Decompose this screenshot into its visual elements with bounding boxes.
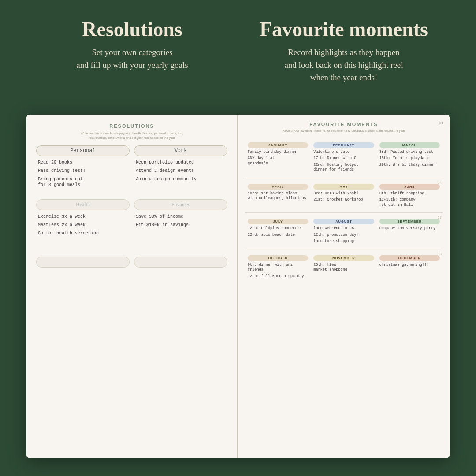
october-label: OCTOBER xyxy=(248,255,308,261)
left-page-title: RESOLUTIONS xyxy=(36,123,227,129)
sep-entry-1: company anniversary party xyxy=(379,226,440,231)
may-entry-1: 3rd: GBTB with Yoshi xyxy=(313,191,374,196)
june-label: JUNE xyxy=(379,184,440,190)
health-label: Health xyxy=(36,199,130,210)
august-label: AUGUST xyxy=(313,219,374,224)
work-column: Work Keep portfolio updated Attend 2 des… xyxy=(134,145,227,190)
aug-entry-1: long weekend in JB xyxy=(313,226,374,231)
finances-item-1: Save 30% of income xyxy=(134,214,227,219)
mar-entry-2: 15th: Yoshi's playdate xyxy=(379,156,440,161)
april-label: APRIL xyxy=(248,184,308,190)
july-cell: JULY 12th: coldplay concert!! 22nd: solo… xyxy=(245,216,311,246)
empty-slot-2 xyxy=(134,257,227,268)
health-item-3: Go for health screening xyxy=(36,231,130,236)
may-label: MAY xyxy=(313,184,374,190)
work-label: Work xyxy=(134,145,227,156)
october-cell: OCTOBER 9th: dinner with uni friends 12t… xyxy=(245,252,311,281)
september-cell: SEPTEMBER company anniversary party xyxy=(377,216,443,246)
health-column: Health Exercise 3x a week Meatless 2x a … xyxy=(36,195,130,239)
jan-entry-1: Family birthday dinner xyxy=(248,150,308,155)
oct-entry-2: 12th: full Korean spa day xyxy=(248,274,308,279)
aug-entry-2: 12th: promotion day! xyxy=(313,233,374,238)
august-cell: AUGUST long weekend in JB 12th: promotio… xyxy=(311,216,376,246)
december-label: DECEMBER xyxy=(379,255,440,261)
personal-column: Personal Read 20 books Pass driving test… xyxy=(36,145,130,190)
jan-entry-2: CNY day 1 atgrandma's xyxy=(248,156,308,166)
moments-page-title: FAVOURITE MOMENTS xyxy=(245,122,443,127)
empty-slots xyxy=(36,252,227,271)
work-item-3: Join a design community xyxy=(134,176,227,182)
apr-entry-1: 10th: 1st boxing classwith colleagues, h… xyxy=(248,191,308,201)
health-item-1: Exercise 3x a week xyxy=(36,214,130,219)
finances-item-2: Hit $100k in savings! xyxy=(134,222,227,228)
work-item-2: Attend 2 design events xyxy=(134,168,227,174)
november-cell: NOVEMBER 20th: fleamarket shopping xyxy=(311,252,376,281)
april-cell: APRIL 10th: 1st boxing classwith colleag… xyxy=(245,181,311,210)
november-label: NOVEMBER xyxy=(313,255,374,261)
nov-entry-1: 20th: fleamarket shopping xyxy=(313,263,374,273)
moments-header: Favourite moments Record highlights as t… xyxy=(249,18,439,84)
feb-entry-3: 22nd: Hosting hotpotdinner for friends xyxy=(313,163,374,173)
mar-entry-1: 3rd: Passed driving test xyxy=(379,150,440,155)
moments-title: Favourite moments xyxy=(249,18,439,41)
aug-entry-3: furniture shopping xyxy=(313,239,374,244)
oct-entry-1: 9th: dinner with uni friends xyxy=(248,263,308,273)
jul-entry-1: 12th: coldplay concert!! xyxy=(248,226,308,231)
resolutions-subtitle: Set your own categoriesand fill up with … xyxy=(37,46,227,71)
page-header: Resolutions Set your own categoriesand f… xyxy=(0,0,476,93)
moments-page-subtitle: Record your favourite moments for each m… xyxy=(245,129,443,132)
months-row-2: 04 APRIL 10th: 1st boxing classwith coll… xyxy=(245,178,443,213)
book: RESOLUTIONS Write headers for each categ… xyxy=(26,115,450,458)
feb-entry-1: Valentine's date xyxy=(313,150,374,155)
resolutions-grid: Personal Read 20 books Pass driving test… xyxy=(36,145,227,239)
january-cell: JANUARY Family birthday dinner CNY day 1… xyxy=(245,139,311,175)
empty-slot-1 xyxy=(36,257,130,268)
finances-label: Finances xyxy=(134,199,227,210)
september-label: SEPTEMBER xyxy=(379,219,440,224)
personal-item-1: Read 20 books xyxy=(36,160,130,165)
feb-entry-2: 17th: Dinner with C xyxy=(313,156,374,161)
january-label: JANUARY xyxy=(248,142,308,148)
december-cell: DECEMBER christmas gathering!!! xyxy=(377,252,443,281)
jul-entry-2: 22nd: solo beach date xyxy=(248,233,308,238)
months-row-1: JANUARY Family birthday dinner CNY day 1… xyxy=(245,137,443,178)
resolutions-header: Resolutions Set your own categoriesand f… xyxy=(37,18,227,71)
personal-item-2: Pass driving test! xyxy=(36,168,130,174)
march-label: MARCH xyxy=(379,142,440,148)
months-row-3: 07 JULY 12th: coldplay concert!! 22nd: s… xyxy=(245,213,443,249)
resolutions-title: Resolutions xyxy=(37,18,227,41)
health-item-2: Meatless 2x a week xyxy=(36,222,130,228)
work-item-1: Keep portfolio updated xyxy=(134,160,227,165)
left-page-subtitle: Write headers for each category (e.g. he… xyxy=(36,131,227,140)
page-number: 01 xyxy=(439,121,443,125)
finances-column: Finances Save 30% of income Hit $100k in… xyxy=(134,195,227,239)
march-cell: MARCH 3rd: Passed driving test 15th: Yos… xyxy=(377,139,443,175)
months-row-4: 10 OCTOBER 9th: dinner with uni friends … xyxy=(245,249,443,284)
moments-subtitle: Record highlights as they happenand look… xyxy=(249,46,439,84)
personal-item-3: Bring parents outfor 3 good meals xyxy=(36,176,130,188)
mar-entry-3: 29th: W's birthday dinner xyxy=(379,163,440,167)
june-cell: JUNE 6th: thrift shopping 12-15th: compa… xyxy=(377,181,443,210)
jun-entry-1: 6th: thrift shopping xyxy=(379,191,440,196)
left-page: RESOLUTIONS Write headers for each categ… xyxy=(26,115,238,458)
months-grid: JANUARY Family birthday dinner CNY day 1… xyxy=(245,137,443,284)
july-label: JULY xyxy=(248,219,308,224)
jun-entry-2: 12-15th: companyretreat in Bali xyxy=(379,197,440,208)
dec-entry-1: christmas gathering!!! xyxy=(379,263,440,268)
may-cell: MAY 3rd: GBTB with Yoshi 21st: Crochet w… xyxy=(311,181,376,210)
personal-label: Personal xyxy=(36,145,130,156)
may-entry-2: 21st: Crochet workshop xyxy=(313,197,374,202)
right-page: 01 FAVOURITE MOMENTS Record your favouri… xyxy=(238,115,450,458)
february-label: FEBRUARY xyxy=(313,142,374,148)
february-cell: FEBRUARY Valentine's date 17th: Dinner w… xyxy=(311,139,376,175)
